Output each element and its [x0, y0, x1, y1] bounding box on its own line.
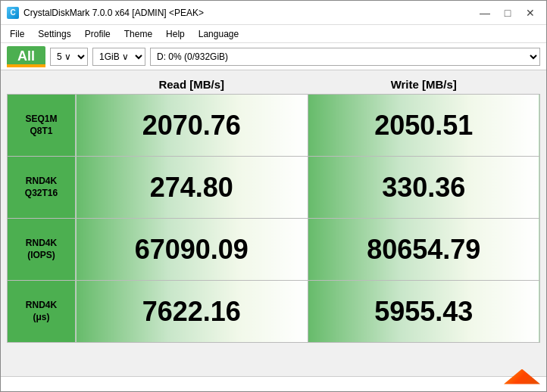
app-icon: C: [7, 7, 19, 19]
table-row: RND4K(μs)7622.165955.43: [8, 281, 540, 343]
drive-select[interactable]: D: 0% (0/932GiB): [150, 48, 540, 66]
status-bar: [1, 376, 546, 391]
read-value-3: 7622.16: [76, 281, 308, 343]
window-title: CrystalDiskMark 7.0.0 x64 [ADMIN] <PEAK>: [23, 8, 204, 18]
label-cell-0: SEQ1MQ8T1: [8, 95, 76, 157]
label-cell-2: RND4K(IOPS): [8, 219, 76, 281]
read-value-2: 67090.09: [76, 219, 308, 281]
read-header: Read [MB/s]: [76, 75, 308, 95]
close-button[interactable]: ✕: [520, 5, 540, 21]
write-value-1: 330.36: [308, 157, 540, 219]
menu-bar: File Settings Profile Theme Help Languag…: [1, 25, 546, 43]
benchmark-table: Read [MB/s] Write [MB/s] SEQ1MQ8T12070.7…: [7, 75, 540, 343]
menu-help[interactable]: Help: [160, 27, 191, 41]
read-value-0: 2070.76: [76, 95, 308, 157]
label-line2: Q32T16: [25, 188, 58, 198]
label-line2: (IOPS): [27, 250, 55, 260]
minimize-button[interactable]: —: [475, 5, 495, 21]
write-value-3: 5955.43: [308, 281, 540, 343]
menu-profile[interactable]: Profile: [79, 27, 117, 41]
maximize-button[interactable]: □: [498, 5, 517, 21]
write-value-0: 2050.51: [308, 95, 540, 157]
label-cell-1: RND4KQ32T16: [8, 157, 76, 219]
label-line1: SEQ1M: [25, 114, 57, 124]
label-line1: RND4K: [26, 176, 57, 186]
benchmark-area: Read [MB/s] Write [MB/s] SEQ1MQ8T12070.7…: [1, 70, 546, 376]
read-value-1: 274.80: [76, 157, 308, 219]
menu-settings[interactable]: Settings: [32, 27, 77, 41]
title-bar: C CrystalDiskMark 7.0.0 x64 [ADMIN] <PEA…: [1, 1, 546, 25]
label-line1: RND4K: [26, 300, 57, 310]
write-value-2: 80654.79: [308, 219, 540, 281]
toolbar: All 5 ∨ 1GiB ∨ D: 0% (0/932GiB): [1, 43, 546, 70]
table-row: RND4KQ32T16274.80330.36: [8, 157, 540, 219]
all-button[interactable]: All: [7, 46, 45, 67]
label-line2: (μs): [33, 312, 49, 322]
table-row: SEQ1MQ8T12070.762050.51: [8, 95, 540, 157]
label-line1: RND4K: [26, 238, 57, 248]
label-line2: Q8T1: [30, 126, 52, 136]
write-header: Write [MB/s]: [308, 75, 540, 95]
size-select[interactable]: 1GiB ∨: [92, 48, 145, 66]
table-row: RND4K(IOPS)67090.0980654.79: [8, 219, 540, 281]
runs-select[interactable]: 5 ∨: [50, 48, 88, 66]
menu-language[interactable]: Language: [192, 27, 245, 41]
menu-file[interactable]: File: [4, 27, 30, 41]
main-window: C CrystalDiskMark 7.0.0 x64 [ADMIN] <PEA…: [0, 0, 547, 392]
title-bar-left: C CrystalDiskMark 7.0.0 x64 [ADMIN] <PEA…: [7, 7, 204, 19]
menu-theme[interactable]: Theme: [118, 27, 158, 41]
label-cell-3: RND4K(μs): [8, 281, 76, 343]
window-controls: — □ ✕: [475, 5, 540, 21]
